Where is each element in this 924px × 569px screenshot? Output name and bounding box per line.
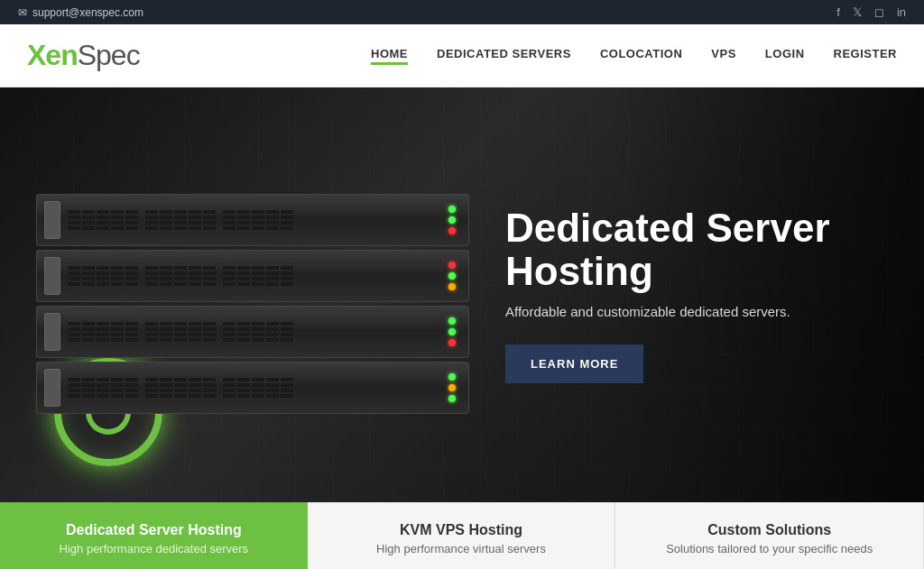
- learn-more-button[interactable]: LEARN MORE: [505, 344, 643, 383]
- card-dedicated-subtitle: High performance dedicated servers: [60, 542, 249, 555]
- envelope-icon: ✉: [18, 6, 27, 19]
- navbar: XenSpec HOME DEDICATED SERVERS COLOCATIO…: [0, 24, 924, 87]
- server-lights-3: [448, 317, 456, 346]
- server-vents: [68, 322, 448, 342]
- facebook-icon[interactable]: f: [836, 5, 840, 19]
- server-handle: [44, 313, 60, 351]
- hero-section: Dedicated Server Hosting Affordable and …: [0, 87, 924, 502]
- nav-links: HOME DEDICATED SERVERS COLOCATION VPS LO…: [371, 47, 897, 65]
- contact-info: ✉ support@xenspec.com: [18, 6, 143, 19]
- server-unit-1: [36, 194, 469, 246]
- linkedin-icon[interactable]: in: [897, 5, 906, 19]
- server-rack-image: [36, 194, 469, 414]
- nav-home[interactable]: HOME: [371, 47, 408, 65]
- site-logo[interactable]: XenSpec: [27, 39, 140, 72]
- card-custom-subtitle: Solutions tailored to your specific need…: [666, 542, 873, 555]
- status-light-green: [448, 216, 456, 224]
- server-vents: [68, 378, 448, 398]
- email-address: support@xenspec.com: [32, 6, 143, 19]
- status-light-red: [448, 227, 456, 234]
- server-unit-3: [36, 306, 469, 358]
- hero-title: Dedicated Server Hosting: [505, 206, 830, 294]
- server-handle: [44, 257, 60, 295]
- status-light-green: [448, 206, 456, 213]
- hero-subtitle: Affordable and customizable dedicated se…: [505, 304, 830, 319]
- card-dedicated-title: Dedicated Server Hosting: [66, 522, 242, 538]
- server-handle: [44, 369, 60, 407]
- social-links: f 𝕏 ◻ in: [836, 5, 906, 19]
- server-vents: [68, 210, 448, 230]
- logo-light: Spec: [78, 39, 140, 71]
- card-dedicated-server[interactable]: Dedicated Server Hosting High performanc…: [0, 502, 308, 569]
- card-vps-subtitle: High performance virtual servers: [376, 542, 546, 555]
- card-vps-title: KVM VPS Hosting: [400, 522, 522, 538]
- card-vps[interactable]: KVM VPS Hosting High performance virtual…: [308, 502, 616, 569]
- server-unit-2: [36, 250, 469, 302]
- top-bar: ✉ support@xenspec.com f 𝕏 ◻ in: [0, 0, 924, 24]
- card-custom-title: Custom Solutions: [707, 522, 831, 538]
- nav-register[interactable]: REGISTER: [834, 47, 897, 64]
- hero-content: Dedicated Server Hosting Affordable and …: [505, 206, 830, 384]
- server-lights-2: [448, 262, 456, 290]
- bottom-cards: Dedicated Server Hosting High performanc…: [0, 502, 924, 569]
- card-custom[interactable]: Custom Solutions Solutions tailored to y…: [615, 502, 924, 569]
- server-handle: [44, 201, 60, 239]
- instagram-icon[interactable]: ◻: [874, 5, 884, 19]
- server-vents: [68, 266, 448, 286]
- nav-vps[interactable]: VPS: [711, 47, 736, 64]
- twitter-icon[interactable]: 𝕏: [853, 5, 862, 19]
- server-lights-4: [448, 373, 456, 402]
- nav-colocation[interactable]: COLOCATION: [600, 47, 682, 64]
- nav-dedicated[interactable]: DEDICATED SERVERS: [437, 47, 571, 64]
- server-unit-4: [36, 362, 469, 414]
- server-rack: [36, 194, 469, 414]
- nav-login[interactable]: LOGIN: [765, 47, 805, 64]
- logo-bold: Xen: [27, 39, 78, 71]
- server-lights-1: [448, 206, 456, 234]
